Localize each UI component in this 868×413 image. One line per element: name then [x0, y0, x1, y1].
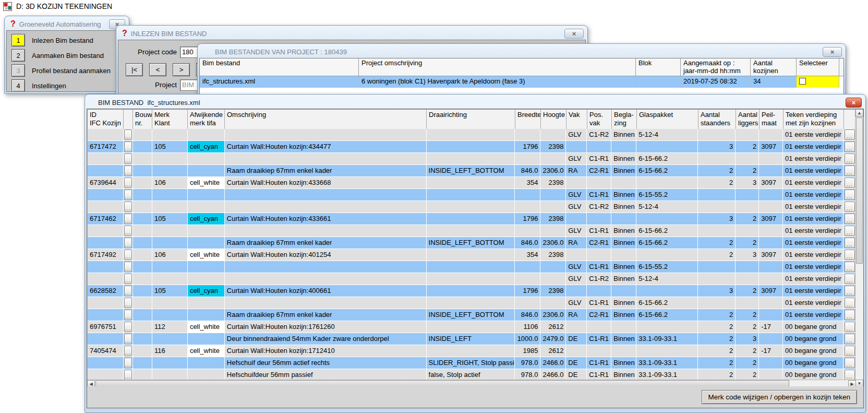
- row-more-button[interactable]: ...: [845, 286, 855, 296]
- table-row[interactable]: ...Raam draaikiep 67mm enkel kaderINSIDE…: [88, 237, 856, 249]
- row-more-button[interactable]: ...: [845, 274, 855, 284]
- row-more-button[interactable]: ...: [845, 370, 855, 380]
- row-detail-button[interactable]: ...: [124, 262, 132, 272]
- row-more-button[interactable]: ...: [845, 178, 855, 188]
- row-detail-button[interactable]: ...: [124, 322, 132, 332]
- menu-item-label: Instellingen: [32, 82, 66, 90]
- row-more-button[interactable]: ...: [845, 322, 855, 332]
- row-more-button[interactable]: ...: [845, 334, 855, 344]
- row-detail-button[interactable]: ...: [124, 214, 132, 224]
- table-row[interactable]: ...GLVC1-R1Binnen6-15-66.201 eerste verd…: [88, 153, 856, 165]
- sidebar-item-instellingen[interactable]: 4Instellingen: [11, 79, 124, 92]
- row-detail-button[interactable]: ...: [124, 310, 132, 320]
- cell-dots2: ...: [843, 213, 856, 225]
- table-row[interactable]: 7405474...116cell_whiteCurtain Wall:Hout…: [88, 345, 856, 357]
- scroll-up-icon[interactable]: ▲: [855, 109, 863, 117]
- table-row[interactable]: ...GLVC1-R2Binnen5-12-401 eerste verdiep…: [88, 129, 856, 141]
- menu-number-button[interactable]: 3: [11, 64, 25, 77]
- row-detail-button[interactable]: ...: [124, 178, 132, 188]
- row-more-button[interactable]: ...: [845, 262, 855, 272]
- row-detail-button[interactable]: ...: [124, 250, 132, 260]
- column-header-draai: Draairichting: [427, 110, 515, 129]
- table-row[interactable]: 6976751...112cell_whiteCurtain Wall:Hout…: [88, 321, 856, 333]
- cell-pos: C1-R1: [587, 369, 611, 380]
- cell-id: [88, 189, 124, 201]
- row-detail-button[interactable]: ...: [124, 286, 132, 296]
- table-row[interactable]: ...Hefschuif deur 56mm actief rechtsSLID…: [88, 357, 856, 369]
- row-more-button[interactable]: ...: [845, 226, 855, 236]
- menu-number-button[interactable]: 1: [11, 34, 25, 46]
- row-detail-button[interactable]: ...: [124, 346, 132, 356]
- cell-bim-bestand[interactable]: ifc_structures.xml: [200, 76, 359, 88]
- cell-dots: ...: [124, 345, 133, 357]
- table-row[interactable]: 6717492...106cell_whiteCurtain Wall:Hout…: [88, 249, 856, 261]
- table-row[interactable]: ...Deur binnendraaiend 54mm Kader zware …: [88, 333, 856, 345]
- cell-draai: [427, 177, 515, 189]
- row-detail-button[interactable]: ...: [124, 370, 132, 380]
- desktop: { "app": { "title": "D: 3D KOZIJN TEKENI…: [0, 0, 868, 413]
- project-code-label: Project code: [124, 48, 177, 56]
- cell-hoogte: 2398: [540, 141, 566, 153]
- row-detail-button[interactable]: ...: [124, 298, 132, 308]
- table-row[interactable]: ...Raam draaikiep 67mm enkel kaderINSIDE…: [88, 309, 856, 321]
- cell-dots: ...: [124, 321, 133, 333]
- row-more-button[interactable]: ...: [845, 129, 855, 140]
- row-more-button[interactable]: ...: [845, 141, 855, 152]
- vertical-scroll-thumb[interactable]: [856, 117, 863, 264]
- vertical-scrollbar[interactable]: ▲ ▼: [855, 109, 863, 387]
- cell-dots: ...: [124, 297, 133, 309]
- row-detail-button[interactable]: ...: [124, 202, 132, 212]
- select-checkbox[interactable]: [799, 78, 806, 85]
- row-detail-button[interactable]: ...: [124, 166, 132, 176]
- merk-code-button[interactable]: Merk code wijzigen / opbergen in kozijn …: [702, 390, 857, 404]
- row-detail-button[interactable]: ...: [124, 141, 132, 152]
- table-row[interactable]: ...Hefschuifdeur 56mm passieffalse, Stol…: [88, 369, 856, 380]
- row-detail-button[interactable]: ...: [124, 190, 132, 200]
- column-header-glas: Glaspakket: [637, 110, 698, 129]
- close-icon[interactable]: ×: [846, 98, 862, 108]
- menu-number-button[interactable]: 4: [11, 79, 25, 92]
- row-more-button[interactable]: ...: [845, 154, 855, 164]
- table-row[interactable]: 6717472...105cell_cyanCurtain Wall:Houte…: [88, 141, 856, 153]
- close-icon[interactable]: ×: [823, 47, 842, 57]
- table-row[interactable]: ...GLVC1-R1Binnen6-15-66.201 eerste verd…: [88, 297, 856, 309]
- table-row[interactable]: ...GLVC1-R1Binnen6-15-55.201 eerste verd…: [88, 261, 856, 273]
- row-detail-button[interactable]: ...: [124, 358, 132, 368]
- row-more-button[interactable]: ...: [845, 190, 855, 200]
- row-detail-button[interactable]: ...: [124, 274, 132, 284]
- table-row[interactable]: ...Raam draaikiep 67mm enkel kaderINSIDE…: [88, 165, 856, 177]
- menu-number-button[interactable]: 2: [11, 49, 25, 62]
- cell-begla: Binnen: [611, 369, 636, 380]
- cell-begla: Binnen: [611, 153, 636, 165]
- row-detail-button[interactable]: ...: [124, 334, 132, 344]
- row-more-button[interactable]: ...: [845, 238, 855, 248]
- cell-breedte: [515, 273, 540, 285]
- nav-button-0[interactable]: |<: [126, 63, 143, 76]
- row-detail-button[interactable]: ...: [124, 238, 132, 248]
- row-more-button[interactable]: ...: [845, 166, 855, 176]
- close-icon[interactable]: ×: [564, 29, 584, 39]
- row-more-button[interactable]: ...: [845, 310, 855, 320]
- nav-button-1[interactable]: <: [149, 63, 166, 76]
- table-row[interactable]: ...GLVC1-R2Binnen5-12-401 eerste verdiep…: [88, 273, 856, 285]
- sidebar-item-inlezen-bim-bestand[interactable]: 1Inlezen Bim bestand: [11, 34, 124, 46]
- sidebar-item-aanmaken-bim-bestand[interactable]: 2Aanmaken Bim bestand: [11, 49, 124, 62]
- table-row[interactable]: ...GLVC1-R1Binnen6-15-66.201 eerste verd…: [88, 225, 856, 237]
- sidebar-item-profiel-bestand-aanmaken[interactable]: 3Profiel bestand aanmaken: [11, 64, 124, 77]
- row-more-button[interactable]: ...: [845, 202, 855, 212]
- table-row[interactable]: 6739644...106cell_whiteCurtain Wall:Hout…: [88, 177, 856, 189]
- table-row[interactable]: 6717462...105cell_cyanCurtain Wall:Houte…: [88, 213, 856, 225]
- row-detail-button[interactable]: ...: [124, 226, 132, 236]
- cell-oms: [225, 189, 427, 201]
- table-row[interactable]: 6628582...105cell_cyanCurtain Wall:Houte…: [88, 285, 856, 297]
- row-detail-button[interactable]: ...: [124, 154, 132, 164]
- row-more-button[interactable]: ...: [845, 346, 855, 356]
- row-more-button[interactable]: ...: [845, 358, 855, 368]
- row-more-button[interactable]: ...: [845, 214, 855, 224]
- row-more-button[interactable]: ...: [845, 250, 855, 260]
- nav-button-2[interactable]: >: [173, 63, 190, 76]
- row-more-button[interactable]: ...: [845, 298, 855, 308]
- table-row[interactable]: ...GLVC1-R2Binnen5-12-401 eerste verdiep…: [88, 201, 856, 213]
- row-detail-button[interactable]: ...: [124, 129, 132, 140]
- table-row[interactable]: ...GLVC1-R1Binnen6-15-55.201 eerste verd…: [88, 189, 856, 201]
